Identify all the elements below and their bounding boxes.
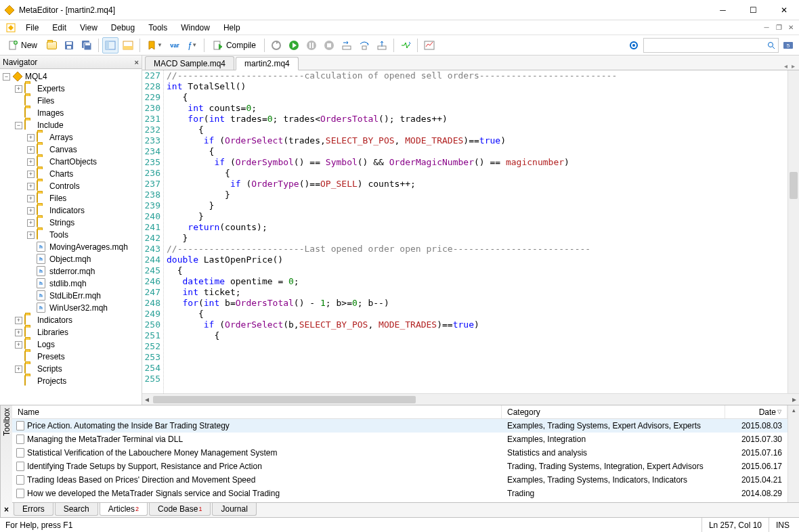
list-item[interactable]: Price Action. Automating the Inside Bar … (12, 419, 787, 433)
scrollbar-thumb[interactable] (153, 396, 416, 403)
menu-help[interactable]: Help (217, 22, 247, 34)
tree-item-presets[interactable]: Presets (0, 351, 142, 363)
watch-button[interactable]: var (167, 37, 183, 53)
menu-debug[interactable]: Debug (104, 22, 142, 34)
toolbox-tab-errors[interactable]: Errors (14, 503, 53, 516)
new-button[interactable]: New (3, 37, 42, 53)
list-item[interactable]: Identifying Trade Setups by Support, Res… (12, 460, 787, 473)
debug-pause-button[interactable] (303, 37, 320, 53)
tree-item-object-mqh[interactable]: hObject.mqh (0, 253, 142, 265)
terminal-button[interactable] (421, 37, 437, 53)
tree-item-logs[interactable]: +Logs (0, 338, 142, 351)
compile-button[interactable]: Compile (208, 37, 261, 53)
tree-item-tools[interactable]: +Tools (0, 229, 142, 241)
tab-scroll-left[interactable]: ◂ (784, 62, 787, 70)
toolbox-tab-code-base[interactable]: Code Base1 (149, 503, 211, 516)
code-content[interactable]: //------------------------calculation of… (164, 70, 787, 393)
tree-item-chartobjects[interactable]: +ChartObjects (0, 156, 142, 168)
tree-item-movingaverages-mqh[interactable]: hMovingAverages.mqh (0, 241, 142, 253)
tree-item-experts[interactable]: +Experts (0, 83, 142, 95)
toolbox-close-button[interactable]: × (4, 505, 9, 514)
tree-item-indicators[interactable]: +Indicators (0, 204, 142, 217)
tree-item-winuser32-mqh[interactable]: hWinUser32.mqh (0, 302, 142, 314)
tree-item-include[interactable]: −Include (0, 119, 142, 131)
mdi-minimize-button[interactable]: ─ (761, 23, 772, 32)
tree-item-canvas[interactable]: +Canvas (0, 143, 142, 156)
tree-item-controls[interactable]: +Controls (0, 180, 142, 192)
toolbox-tab-search[interactable]: Search (55, 503, 98, 516)
gear-icon (628, 40, 639, 51)
tree-item-stdlib-mqh[interactable]: hstdlib.mqh (0, 278, 142, 290)
tree-item-charts[interactable]: +Charts (0, 168, 142, 180)
bookmark-button[interactable]: ▼ (144, 37, 165, 53)
tree-item-scripts[interactable]: +Scripts (0, 363, 142, 375)
toolbox-vscrollbar[interactable]: ▴ (787, 405, 799, 502)
save-button[interactable] (61, 37, 77, 53)
open-button[interactable] (43, 37, 60, 53)
svg-rect-7 (67, 46, 71, 49)
tab-martin2[interactable]: martin2.mq4 (236, 57, 299, 70)
scroll-right-arrow[interactable]: ▸ (790, 395, 799, 404)
debug-start-button[interactable] (286, 37, 302, 53)
community-button[interactable]: 5 (780, 37, 796, 53)
code-panel: 2272282292302312322332342352362372382392… (142, 70, 799, 393)
editor-hscrollbar[interactable]: ◂▸ (142, 393, 799, 405)
tree-item-strings[interactable]: +Strings (0, 217, 142, 229)
tree-item-stdliberr-mqh[interactable]: hStdLibErr.mqh (0, 290, 142, 302)
tree-item-files[interactable]: Files (0, 95, 142, 107)
navigator-tree[interactable]: −MQL4+ExpertsFilesImages−Include+Arrays+… (0, 69, 142, 405)
menu-window[interactable]: Window (174, 22, 217, 34)
list-item[interactable]: Managing the MetaTrader Terminal via DLL… (12, 433, 787, 446)
menu-tools[interactable]: Tools (142, 22, 174, 34)
tab-label: martin2.mq4 (244, 59, 290, 68)
list-item[interactable]: Statistical Verification of the Labouche… (12, 446, 787, 460)
search-box[interactable] (643, 38, 779, 53)
settings-button[interactable] (626, 37, 642, 53)
editor-vscrollbar[interactable] (787, 70, 799, 393)
menu-file[interactable]: File (19, 22, 45, 34)
step-out-button[interactable] (374, 37, 390, 53)
run-profiler-button[interactable] (397, 37, 414, 53)
toggle-navigator-button[interactable] (102, 37, 118, 53)
list-item[interactable]: Trading Ideas Based on Prices' Direction… (12, 473, 787, 487)
navigator-close-button[interactable]: × (135, 58, 139, 66)
col-date-header[interactable]: Date ▽ (725, 405, 787, 418)
col-name-header[interactable]: Name (12, 405, 502, 418)
mdi-restore-button[interactable]: ❐ (773, 23, 784, 32)
tree-item-arrays[interactable]: +Arrays (0, 131, 142, 143)
toolbox-tab-articles[interactable]: Articles2 (100, 503, 148, 516)
tree-item-files[interactable]: +Files (0, 192, 142, 204)
chart-icon (424, 40, 435, 51)
tree-item-stderror-mqh[interactable]: hstderror.mqh (0, 265, 142, 278)
debug-stop-button[interactable] (321, 37, 337, 53)
tree-item-libraries[interactable]: +Libraries (0, 326, 142, 338)
step-over-button[interactable] (356, 37, 372, 53)
tree-root[interactable]: −MQL4 (0, 70, 142, 83)
toggle-toolbox-button[interactable] (120, 37, 136, 53)
tree-item-projects[interactable]: Projects (0, 375, 142, 387)
toolbox-list[interactable]: Price Action. Automating the Inside Bar … (12, 419, 787, 502)
tab-macd-sample[interactable]: MACD Sample.mq4 (145, 56, 234, 70)
menu-edit[interactable]: Edit (45, 22, 73, 34)
function-list-button[interactable]: ƒ▼ (184, 37, 200, 53)
step-into-button[interactable] (339, 37, 355, 53)
maximize-button[interactable]: ☐ (738, 0, 769, 20)
toolbox-tab-journal[interactable]: Journal (212, 503, 256, 516)
save-all-button[interactable] (79, 37, 95, 53)
col-category-header[interactable]: Category (502, 405, 725, 418)
search-go-button[interactable] (764, 41, 778, 49)
mdi-close-button[interactable]: ✕ (785, 23, 796, 32)
tab-label: MACD Sample.mq4 (154, 59, 225, 68)
menu-view[interactable]: View (73, 22, 104, 34)
tree-item-indicators[interactable]: +Indicators (0, 314, 142, 326)
list-item[interactable]: How we developed the MetaTrader Signals … (12, 487, 787, 500)
debug-restart-button[interactable] (268, 37, 284, 53)
search-input[interactable] (644, 41, 764, 50)
scroll-left-arrow[interactable]: ◂ (142, 395, 152, 404)
scrollbar-thumb[interactable] (790, 172, 798, 199)
tree-item-images[interactable]: Images (0, 107, 142, 119)
minimize-button[interactable]: ─ (708, 0, 738, 20)
close-button[interactable]: ✕ (769, 0, 799, 20)
search-icon (767, 41, 775, 49)
tab-scroll-right[interactable]: ▸ (792, 62, 795, 70)
